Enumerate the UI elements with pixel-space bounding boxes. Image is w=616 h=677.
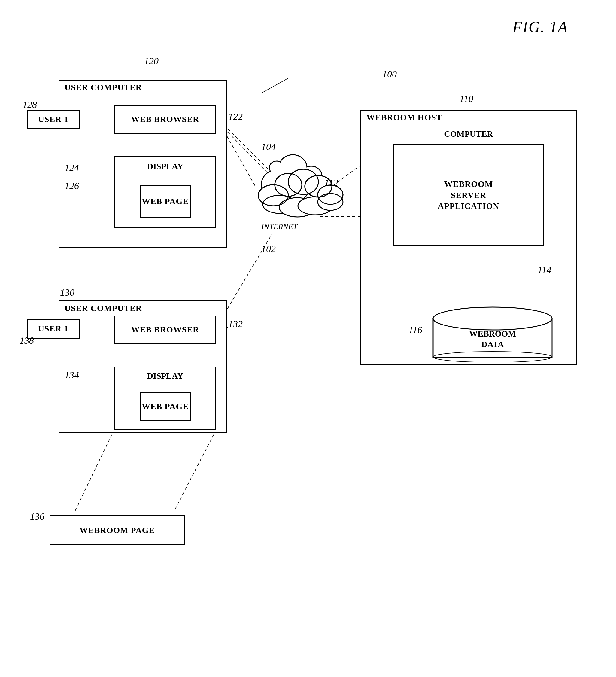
ref-132: 132	[228, 318, 243, 330]
webroom-page-label: WEBROOM PAGE	[80, 525, 155, 536]
svg-point-28	[258, 185, 288, 206]
svg-point-29	[275, 173, 302, 196]
svg-point-35	[298, 197, 333, 215]
computer-label: COMPUTER	[367, 129, 571, 139]
ref-112: 112	[324, 177, 338, 188]
display-top-box: DISPLAY WEB PAGE	[114, 156, 216, 228]
ref-138: 138	[19, 335, 34, 346]
ref-120: 120	[144, 56, 158, 67]
web-page-bottom-box: WEB PAGE	[140, 393, 191, 421]
ref-116: 116	[409, 324, 422, 335]
ref-134: 134	[64, 370, 79, 381]
ref-130: 130	[60, 287, 75, 298]
svg-point-43	[433, 307, 552, 330]
user1-bottom-label: USER 1	[38, 323, 69, 334]
display-bottom-label: DISPLAY	[115, 371, 215, 381]
ref-126: 126	[64, 180, 79, 191]
svg-point-38	[275, 173, 302, 196]
web-browser-bottom-label: WEB BROWSER	[131, 324, 199, 335]
user1-bottom-box: USER 1	[27, 319, 80, 338]
svg-point-37	[258, 185, 288, 206]
user-computer-bottom-label: USER COMPUTER	[64, 304, 142, 313]
display-bottom-box: DISPLAY WEB PAGE	[114, 367, 216, 430]
ref-110: 110	[460, 93, 473, 104]
internet-label: INTERNET	[261, 222, 297, 231]
ref-102: 102	[261, 243, 276, 255]
svg-line-18	[174, 430, 216, 511]
svg-text:DATA: DATA	[481, 340, 504, 349]
ref-136: 136	[30, 511, 44, 522]
web-page-bottom-label: WEB PAGE	[142, 401, 189, 412]
web-page-top-label: WEB PAGE	[142, 196, 189, 207]
user-computer-top-label: USER COMPUTER	[64, 83, 142, 92]
svg-point-30	[288, 169, 318, 194]
display-top-label: DISPLAY	[115, 162, 215, 171]
svg-point-33	[263, 195, 296, 213]
svg-point-36	[318, 193, 343, 210]
webroom-server-box: WEBROOM SERVER APPLICATION	[393, 144, 543, 246]
user1-top-label: USER 1	[38, 114, 69, 125]
svg-line-17	[75, 430, 114, 511]
web-page-top-box: WEB PAGE	[140, 185, 191, 218]
user1-top-box: USER 1	[27, 110, 80, 129]
ref-128: 128	[22, 99, 37, 110]
webroom-data-cylinder: WEBROOM DATA	[432, 307, 553, 362]
web-browser-top-label: WEB BROWSER	[131, 114, 199, 125]
webroom-server-label: WEBROOM SERVER APPLICATION	[438, 179, 500, 212]
webroom-host-label: WEBROOM HOST	[367, 113, 442, 122]
svg-line-2	[261, 78, 288, 93]
ref-124: 124	[64, 162, 79, 173]
figure-title: FIG. 1A	[513, 18, 568, 36]
web-browser-bottom-box: WEB BROWSER	[114, 316, 216, 344]
ref-100: 100	[382, 69, 397, 80]
webroom-page-box: WEBROOM PAGE	[50, 515, 185, 545]
ref-122: 122	[228, 111, 243, 122]
ref-104: 104	[261, 141, 276, 152]
svg-point-39	[288, 169, 318, 194]
web-browser-top-box: WEB BROWSER	[114, 105, 216, 134]
svg-text:WEBROOM: WEBROOM	[469, 329, 516, 338]
ref-114: 114	[537, 264, 552, 276]
svg-point-34	[279, 198, 315, 217]
